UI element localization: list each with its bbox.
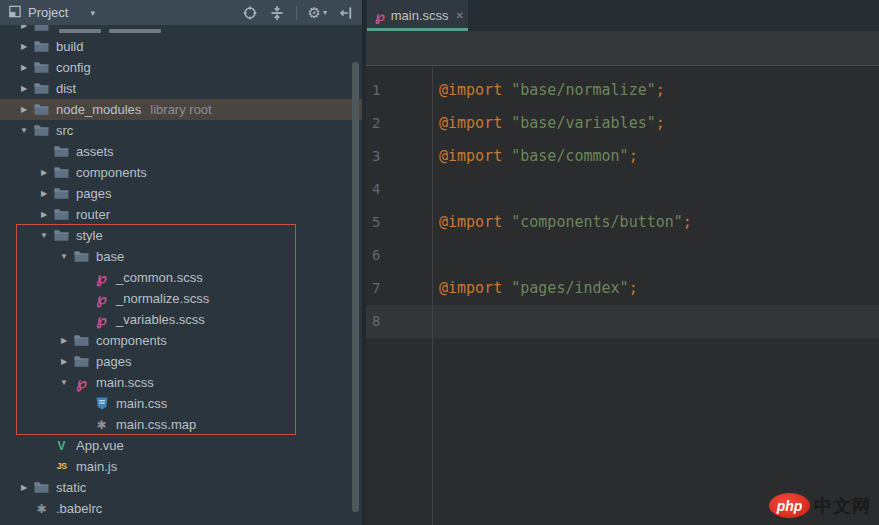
tree-row[interactable]: ▼src xyxy=(0,120,362,141)
chevron-down-icon[interactable]: ▼ xyxy=(56,378,72,387)
string-token: "pages/index" xyxy=(511,279,628,297)
tree-row[interactable]: ℘_variables.scss xyxy=(0,309,362,330)
folder-icon xyxy=(34,40,49,53)
code-line[interactable]: 3@import "base/common"; xyxy=(366,140,879,173)
tree-row[interactable]: ▶ xyxy=(0,25,362,36)
punctuation-token xyxy=(502,213,511,231)
hide-panel-icon[interactable] xyxy=(338,5,354,21)
tree-item-label: assets xyxy=(76,144,114,159)
chevron-right-icon[interactable]: ▶ xyxy=(16,105,32,114)
code-line[interactable]: 5@import "components/button"; xyxy=(366,206,879,239)
gear-dropdown-caret-icon: ▾ xyxy=(323,8,327,17)
keyword-token: @import xyxy=(439,114,502,132)
tree-row[interactable]: ▶static xyxy=(0,477,362,498)
tree-row[interactable]: ✱main.css.map xyxy=(0,414,362,435)
asterisk-file-icon: ✱ xyxy=(96,419,106,431)
code-line[interactable]: 8 xyxy=(366,305,879,338)
tree-row[interactable]: ▶components xyxy=(0,330,362,351)
tree-item-label: .babelrc xyxy=(56,501,102,516)
gear-icon: ⚙ xyxy=(308,5,321,20)
chevron-down-icon[interactable]: ▼ xyxy=(16,126,32,135)
chevron-right-icon[interactable]: ▶ xyxy=(16,483,32,492)
editor-header-strip xyxy=(366,31,879,66)
tree-row[interactable]: ▼base xyxy=(0,246,362,267)
tree-item-label: components xyxy=(76,165,147,180)
sass-file-icon: ℘ xyxy=(76,375,86,390)
code-line[interactable]: 1@import "base/normalize"; xyxy=(366,74,879,107)
tab-close-icon[interactable]: ✕ xyxy=(456,10,464,21)
string-token: "base/variables" xyxy=(511,114,656,132)
folder-icon xyxy=(34,61,49,74)
tab-main-scss[interactable]: ℘ main.scss ✕ xyxy=(367,0,468,31)
code-line[interactable]: 7@import "pages/index"; xyxy=(366,272,879,305)
tree-row[interactable]: ℘_common.scss xyxy=(0,267,362,288)
punctuation-token: ; xyxy=(629,279,638,297)
tree-item-label: main.css xyxy=(116,396,167,411)
sass-file-icon: ℘ xyxy=(96,312,106,327)
line-number: 4 xyxy=(366,173,432,206)
code-line[interactable]: 4 xyxy=(366,173,879,206)
project-panel-title[interactable]: Project xyxy=(28,5,68,20)
toolbar-separator xyxy=(296,6,297,20)
php-logo: php xyxy=(769,493,810,518)
project-tree-scrollbar[interactable] xyxy=(352,62,359,512)
clipped-text-fragment xyxy=(109,29,161,33)
code-editor[interactable]: 1@import "base/normalize";2@import "base… xyxy=(366,66,879,525)
punctuation-token: ; xyxy=(656,114,665,132)
tree-row[interactable]: assets xyxy=(0,141,362,162)
code-line[interactable]: 2@import "base/variables"; xyxy=(366,107,879,140)
chevron-right-icon[interactable]: ▶ xyxy=(36,210,52,219)
clipped-text-fragment xyxy=(59,29,101,33)
tree-row[interactable]: ▶pages xyxy=(0,351,362,372)
tree-row[interactable]: ▶pages xyxy=(0,183,362,204)
chevron-right-icon[interactable]: ▶ xyxy=(56,336,72,345)
tree-item-label: base xyxy=(96,249,124,264)
tree-item-label: dist xyxy=(56,81,76,96)
tree-row[interactable]: JSmain.js xyxy=(0,456,362,477)
folder-icon xyxy=(34,25,49,32)
chevron-down-icon[interactable]: ▼ xyxy=(36,231,52,240)
chevron-right-icon[interactable]: ▶ xyxy=(56,357,72,366)
code-line[interactable]: 6 xyxy=(366,239,879,272)
editor-tab-bar: ℘ main.scss ✕ xyxy=(366,0,879,31)
folder-icon xyxy=(34,481,49,494)
sass-file-icon: ℘ xyxy=(375,8,385,24)
collapse-all-icon[interactable] xyxy=(269,5,285,21)
tree-row[interactable]: ▼℘main.scss xyxy=(0,372,362,393)
ide-window: Project ▾ ⚙▾ ▶▶build▶config▶dist▶node_mo… xyxy=(0,0,879,525)
chevron-right-icon[interactable]: ▶ xyxy=(16,84,32,93)
code-text: @import "components/button"; xyxy=(432,206,692,239)
tree-item-label: router xyxy=(76,207,110,222)
css-file-icon xyxy=(96,397,108,410)
tree-row[interactable]: ✱ xyxy=(0,519,362,525)
chevron-right-icon[interactable]: ▶ xyxy=(16,25,32,30)
locate-icon[interactable] xyxy=(242,5,258,21)
chevron-right-icon[interactable]: ▶ xyxy=(36,189,52,198)
chevron-right-icon[interactable]: ▶ xyxy=(16,42,32,51)
tree-row[interactable]: VApp.vue xyxy=(0,435,362,456)
tree-row[interactable]: ▼style xyxy=(0,225,362,246)
sass-file-icon: ℘ xyxy=(96,270,106,285)
tree-row[interactable]: ▶dist xyxy=(0,78,362,99)
tree-row[interactable]: main.css xyxy=(0,393,362,414)
tree-row[interactable]: ▶node_moduleslibrary root xyxy=(0,99,362,120)
tree-row[interactable]: ▶config xyxy=(0,57,362,78)
tree-row[interactable]: ▶router xyxy=(0,204,362,225)
settings-gear-icon[interactable]: ⚙▾ xyxy=(308,5,327,20)
tree-row[interactable]: ✱.babelrc xyxy=(0,498,362,519)
tree-row[interactable]: ℘_normalize.scss xyxy=(0,288,362,309)
folder-icon xyxy=(74,250,89,263)
asterisk-file-icon: ✱ xyxy=(36,503,46,515)
tree-item-label: pages xyxy=(76,186,111,201)
punctuation-token xyxy=(502,81,511,99)
project-dropdown-caret-icon[interactable]: ▾ xyxy=(90,8,95,18)
tree-item-label: node_modules xyxy=(56,102,141,117)
tree-row[interactable]: ▶components xyxy=(0,162,362,183)
folder-icon xyxy=(74,355,89,368)
chevron-down-icon[interactable]: ▼ xyxy=(56,252,72,261)
chevron-right-icon[interactable]: ▶ xyxy=(36,168,52,177)
vue-file-icon: V xyxy=(57,440,65,452)
tree-row[interactable]: ▶build xyxy=(0,36,362,57)
chevron-right-icon[interactable]: ▶ xyxy=(16,63,32,72)
js-file-icon: JS xyxy=(56,462,66,471)
